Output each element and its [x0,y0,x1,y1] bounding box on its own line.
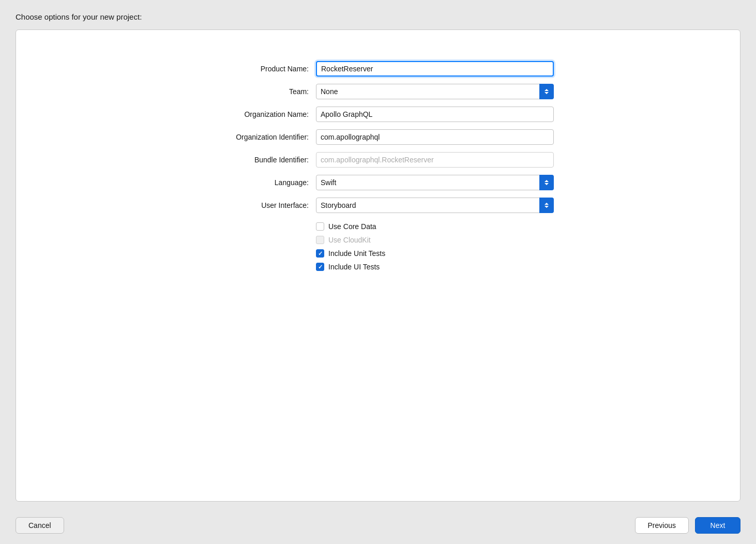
include-ui-tests-row: Include UI Tests [316,263,554,271]
include-unit-tests-checkbox[interactable] [316,249,324,258]
product-name-row: Product Name: [202,61,554,77]
page-title: Choose options for your new project: [16,12,142,21]
use-cloudkit-checkbox [316,236,324,244]
footer: Cancel Previous Next [0,507,756,544]
product-name-input[interactable] [316,61,554,77]
language-row: Language: Swift Objective-C [202,175,554,190]
bundle-id-label: Bundle Identifier: [202,156,316,164]
use-core-data-row: Use Core Data [316,222,554,231]
include-unit-tests-row: Include Unit Tests [316,249,554,258]
team-label: Team: [202,87,316,96]
use-core-data-label: Use Core Data [328,222,376,231]
include-unit-tests-label: Include Unit Tests [328,249,385,258]
bundle-id-input [316,152,554,168]
language-select[interactable]: Swift Objective-C [316,175,554,190]
bundle-id-row: Bundle Identifier: [202,152,554,168]
footer-right: Previous Next [635,517,740,534]
org-id-label: Organization Identifier: [202,133,316,141]
use-cloudkit-label: Use CloudKit [328,236,371,244]
org-name-label: Organization Name: [202,110,316,118]
checkboxes-section: Use Core Data Use CloudKit Include Unit … [316,222,554,271]
main-panel: Product Name: Team: None Add an Account.… [16,29,740,502]
team-select[interactable]: None Add an Account... [316,84,554,99]
org-id-input[interactable] [316,129,554,145]
ui-select-wrapper: Storyboard SwiftUI [316,198,554,213]
ui-select[interactable]: Storyboard SwiftUI [316,198,554,213]
org-id-row: Organization Identifier: [202,129,554,145]
include-ui-tests-checkbox[interactable] [316,263,324,271]
language-select-wrapper: Swift Objective-C [316,175,554,190]
previous-button[interactable]: Previous [635,517,689,534]
use-core-data-checkbox[interactable] [316,222,324,231]
page-header: Choose options for your new project: [0,0,756,29]
team-row: Team: None Add an Account... [202,84,554,99]
product-name-label: Product Name: [202,65,316,73]
next-button[interactable]: Next [695,517,740,534]
include-ui-tests-label: Include UI Tests [328,263,380,271]
org-name-input[interactable] [316,107,554,122]
form-container: Product Name: Team: None Add an Account.… [202,61,554,271]
use-cloudkit-row: Use CloudKit [316,236,554,244]
org-name-row: Organization Name: [202,107,554,122]
language-label: Language: [202,178,316,187]
ui-row: User Interface: Storyboard SwiftUI [202,198,554,213]
team-select-wrapper: None Add an Account... [316,84,554,99]
cancel-button[interactable]: Cancel [16,517,64,534]
ui-label: User Interface: [202,201,316,209]
